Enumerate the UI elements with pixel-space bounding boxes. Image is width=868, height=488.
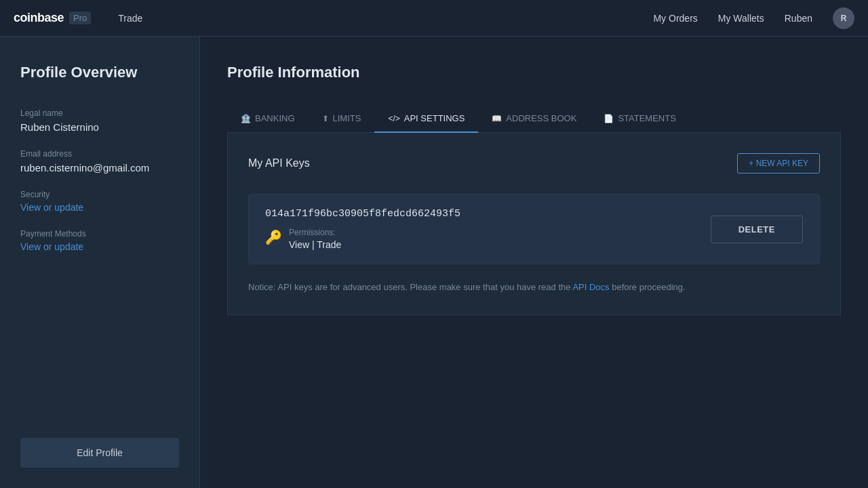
tab-limits-label: LIMITS [333, 113, 361, 123]
api-docs-link[interactable]: API Docs [572, 282, 609, 292]
brand[interactable]: coinbase Pro [14, 11, 91, 25]
legal-name-section: Legal name Ruben Cisternino [20, 108, 179, 149]
user-name: Ruben [785, 13, 812, 24]
permissions-text: Permissions: View | Trade [289, 228, 341, 250]
new-api-key-button[interactable]: + NEW API KEY [737, 153, 820, 174]
api-settings-panel: My API Keys + NEW API KEY 014a171f96bc30… [227, 133, 841, 315]
legal-name-label: Legal name [20, 108, 179, 118]
tab-address-book[interactable]: 📖 ADDRESS BOOK [478, 105, 590, 133]
sidebar-title: Profile Overview [20, 64, 179, 81]
permissions-label: Permissions: [289, 228, 341, 237]
main-layout: Profile Overview Legal name Ruben Cister… [0, 37, 868, 488]
banking-icon: 🏦 [241, 114, 251, 123]
content-area: Profile Information 🏦 BANKING ⬆ LIMITS <… [200, 37, 868, 488]
tab-api-settings-label: API SETTINGS [404, 113, 465, 123]
delete-api-key-button[interactable]: DELETE [711, 216, 803, 243]
email-label: Email address [20, 149, 179, 159]
email-value: ruben.cisternino@gmail.com [20, 162, 179, 174]
payment-link[interactable]: View or update [20, 241, 179, 252]
notice-suffix: before proceeding. [610, 282, 686, 292]
permissions-value: View | Trade [289, 239, 341, 250]
tab-banking-label: BANKING [255, 113, 295, 123]
navbar: coinbase Pro Trade My Orders My Wallets … [0, 0, 868, 37]
tab-address-book-label: ADDRESS BOOK [506, 113, 576, 123]
api-key-card: 014a171f96bc30905f8fedcd662493f5 🔑 Permi… [248, 194, 820, 264]
security-label: Security [20, 190, 179, 199]
api-key-hash: 014a171f96bc30905f8fedcd662493f5 [265, 208, 460, 220]
key-icon: 🔑 [265, 229, 282, 245]
tab-statements[interactable]: 📄 STATEMENTS [590, 105, 689, 133]
tab-api-settings[interactable]: </> API SETTINGS [374, 105, 478, 133]
nav-trade[interactable]: Trade [118, 13, 142, 24]
api-icon: </> [388, 114, 399, 123]
panel-title: My API Keys [248, 157, 310, 169]
brand-logo: coinbase [14, 11, 64, 25]
limits-icon: ⬆ [322, 114, 329, 123]
api-notice: Notice: API keys are for advanced users.… [248, 281, 820, 294]
brand-pro-label: Pro [69, 12, 91, 24]
notice-text: Notice: API keys are for advanced users.… [248, 282, 572, 292]
navbar-right: My Orders My Wallets Ruben R [653, 7, 854, 29]
api-key-permissions-row: 🔑 Permissions: View | Trade [265, 228, 460, 250]
nav-my-wallets[interactable]: My Wallets [718, 13, 764, 24]
security-section: Security View or update [20, 190, 179, 229]
nav-my-orders[interactable]: My Orders [653, 13, 697, 24]
tabs: 🏦 BANKING ⬆ LIMITS </> API SETTINGS 📖 AD… [227, 105, 841, 133]
avatar[interactable]: R [833, 7, 854, 29]
edit-profile-button[interactable]: Edit Profile [20, 438, 179, 468]
api-key-info: 014a171f96bc30905f8fedcd662493f5 🔑 Permi… [265, 208, 460, 250]
nav-links: Trade [118, 13, 653, 24]
page-title: Profile Information [227, 64, 841, 81]
tab-banking[interactable]: 🏦 BANKING [227, 105, 309, 133]
email-section: Email address ruben.cisternino@gmail.com [20, 149, 179, 190]
statements-icon: 📄 [604, 114, 614, 123]
payment-label: Payment Methods [20, 229, 179, 239]
security-link[interactable]: View or update [20, 202, 179, 213]
legal-name-value: Ruben Cisternino [20, 121, 179, 133]
tab-limits[interactable]: ⬆ LIMITS [309, 105, 375, 133]
sidebar: Profile Overview Legal name Ruben Cister… [0, 37, 200, 488]
address-book-icon: 📖 [492, 114, 502, 123]
payment-section: Payment Methods View or update [20, 229, 179, 268]
tab-statements-label: STATEMENTS [618, 113, 675, 123]
panel-header: My API Keys + NEW API KEY [248, 153, 820, 174]
